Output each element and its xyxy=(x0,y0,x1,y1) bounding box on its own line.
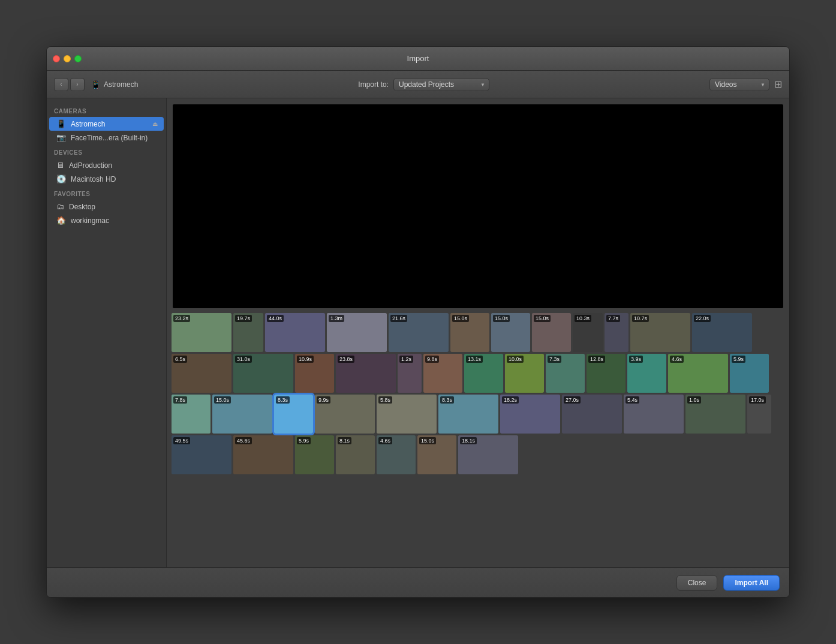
dropdown-arrow-icon: ▼ xyxy=(480,82,485,87)
thumbnail-11[interactable]: 22.0s xyxy=(692,313,752,352)
thumbnail-24[interactable]: 5.9s xyxy=(730,354,769,393)
thumbnail-22[interactable]: 3.9s xyxy=(627,354,666,393)
thumb-duration-42: 18.1s xyxy=(460,437,477,444)
grid-view-icon[interactable]: ⊞ xyxy=(774,79,782,90)
thumbnail-4[interactable]: 21.6s xyxy=(389,313,449,352)
fullscreen-button[interactable] xyxy=(74,55,82,62)
thumb-duration-14: 10.9s xyxy=(297,356,314,363)
thumbnail-10[interactable]: 10.7s xyxy=(630,313,690,352)
thumbnail-15[interactable]: 23.8s xyxy=(336,354,396,393)
thumbnail-2[interactable]: 44.0s xyxy=(265,313,325,352)
thumbnail-36[interactable]: 49.5s xyxy=(172,435,231,474)
thumbnail-19[interactable]: 10.0s xyxy=(505,354,544,393)
thumbnail-29[interactable]: 5.8s xyxy=(377,395,437,434)
eject-icon[interactable]: ⏏ xyxy=(152,121,158,127)
adproduction-label: AdProduction xyxy=(69,161,158,170)
view-value: Videos xyxy=(715,80,736,89)
thumbnail-16[interactable]: 1.2s xyxy=(398,354,422,393)
thumbnail-20[interactable]: 7.3s xyxy=(546,354,585,393)
thumb-duration-12: 6.5s xyxy=(173,356,187,363)
sidebar-item-astromech[interactable]: 📱 Astromech ⏏ xyxy=(49,117,164,131)
thumb-duration-20: 7.3s xyxy=(548,356,561,363)
thumb-duration-17: 9.8s xyxy=(425,356,439,363)
home-icon: 🏠 xyxy=(56,216,66,225)
thumbnail-7[interactable]: 15.0s xyxy=(532,313,571,352)
thumbnail-9[interactable]: 7.7s xyxy=(605,313,628,352)
thumbnail-0[interactable]: 23.2s xyxy=(172,313,231,352)
thumbnail-13[interactable]: 31.0s xyxy=(233,354,293,393)
thumb-duration-27: 8.3s xyxy=(276,396,290,404)
thumbnail-40[interactable]: 4.6s xyxy=(377,435,416,474)
thumbnail-8[interactable]: 10.3s xyxy=(573,313,603,352)
thumbnail-25[interactable]: 7.8s xyxy=(172,395,210,434)
import-to-dropdown[interactable]: Updated Projects ▼ xyxy=(393,78,489,91)
thumbnail-5[interactable]: 15.0s xyxy=(450,313,489,352)
thumbnail-12[interactable]: 6.5s xyxy=(172,354,231,393)
thumbnail-39[interactable]: 8.1s xyxy=(336,435,375,474)
thumb-duration-35: 17.0s xyxy=(749,396,766,404)
thumbnail-3[interactable]: 1.3m xyxy=(327,313,387,352)
bottom-bar: Close Import All xyxy=(47,567,789,597)
thumbnail-6[interactable]: 15.0s xyxy=(491,313,530,352)
thumb-duration-40: 4.6s xyxy=(378,437,392,444)
thumbnail-38[interactable]: 5.9s xyxy=(295,435,334,474)
sidebar-item-desktop[interactable]: 🗂 Desktop xyxy=(49,200,164,213)
monitor-icon: 🖥 xyxy=(56,161,64,170)
device-name-label: Astromech xyxy=(104,80,138,89)
thumbnail-31[interactable]: 18.2s xyxy=(500,395,560,434)
device-phone-icon: 📱 xyxy=(91,80,101,89)
favorites-section-header: FAVORITES xyxy=(47,186,166,200)
preview-area: 23.2s19.7s44.0s1.3m21.6s15.0s15.0s15.0s1… xyxy=(167,98,789,567)
thumbnail-18[interactable]: 13.1s xyxy=(464,354,503,393)
thumbnail-27[interactable]: 8.3s xyxy=(274,395,313,434)
thumb-duration-21: 12.8s xyxy=(588,356,605,363)
view-dropdown[interactable]: Videos ▼ xyxy=(709,78,769,91)
thumbnail-33[interactable]: 5.4s xyxy=(624,395,684,434)
thumbnail-17[interactable]: 9.8s xyxy=(423,354,462,393)
thumbnail-41[interactable]: 15.0s xyxy=(417,435,456,474)
thumbnail-42[interactable]: 18.1s xyxy=(458,435,518,474)
thumb-duration-24: 5.9s xyxy=(732,356,745,363)
main-content: CAMERAS 📱 Astromech ⏏ 📷 FaceTime...era (… xyxy=(47,98,789,567)
thumbnail-26[interactable]: 15.0s xyxy=(212,395,272,434)
thumbnails-grid: 23.2s19.7s44.0s1.3m21.6s15.0s15.0s15.0s1… xyxy=(172,313,784,474)
thumbnail-28[interactable]: 9.9s xyxy=(315,395,375,434)
thumb-duration-28: 9.9s xyxy=(317,396,330,404)
thumb-duration-15: 23.8s xyxy=(338,356,354,363)
thumbnail-37[interactable]: 45.6s xyxy=(233,435,293,474)
thumb-duration-22: 3.9s xyxy=(629,356,643,363)
thumbnail-35[interactable]: 17.0s xyxy=(747,395,771,434)
sidebar-item-macintosh-hd[interactable]: 💽 Macintosh HD xyxy=(49,172,164,186)
thumbnail-14[interactable]: 10.9s xyxy=(295,354,334,393)
thumb-duration-37: 45.6s xyxy=(235,437,252,444)
thumb-duration-13: 31.0s xyxy=(235,356,252,363)
sidebar: CAMERAS 📱 Astromech ⏏ 📷 FaceTime...era (… xyxy=(47,98,167,567)
phone-icon: 📱 xyxy=(56,119,66,128)
thumb-duration-34: 1.0s xyxy=(687,396,701,404)
thumbnail-30[interactable]: 8.3s xyxy=(438,395,498,434)
thumbnail-23[interactable]: 4.6s xyxy=(668,354,728,393)
thumb-duration-10: 10.7s xyxy=(632,315,649,322)
close-button[interactable] xyxy=(53,55,60,62)
thumb-duration-18: 13.1s xyxy=(466,356,483,363)
thumb-duration-16: 1.2s xyxy=(399,356,413,363)
thumb-duration-30: 8.3s xyxy=(440,396,454,404)
sidebar-item-facetime[interactable]: 📷 FaceTime...era (Built-in) xyxy=(49,131,164,145)
desktop-label: Desktop xyxy=(69,203,158,211)
minimize-button[interactable] xyxy=(64,55,71,62)
thumbnail-21[interactable]: 12.8s xyxy=(587,354,626,393)
thumb-duration-38: 5.9s xyxy=(297,437,311,444)
sidebar-item-adproduction[interactable]: 🖥 AdProduction xyxy=(49,158,164,172)
import-to-label: Import to: xyxy=(358,80,389,89)
back-button[interactable]: ‹ xyxy=(54,78,68,91)
sidebar-item-workingmac[interactable]: 🏠 workingmac xyxy=(49,213,164,227)
thumbnails-container[interactable]: 23.2s19.7s44.0s1.3m21.6s15.0s15.0s15.0s1… xyxy=(167,308,789,567)
close-button[interactable]: Close xyxy=(676,575,718,591)
thumbnail-32[interactable]: 27.0s xyxy=(562,395,622,434)
thumbnail-34[interactable]: 1.0s xyxy=(685,395,745,434)
forward-button[interactable]: › xyxy=(70,78,85,91)
import-all-button[interactable]: Import All xyxy=(723,575,780,591)
thumb-duration-39: 8.1s xyxy=(338,437,351,444)
thumbnail-1[interactable]: 19.7s xyxy=(233,313,263,352)
import-to-value: Updated Projects xyxy=(399,80,454,89)
